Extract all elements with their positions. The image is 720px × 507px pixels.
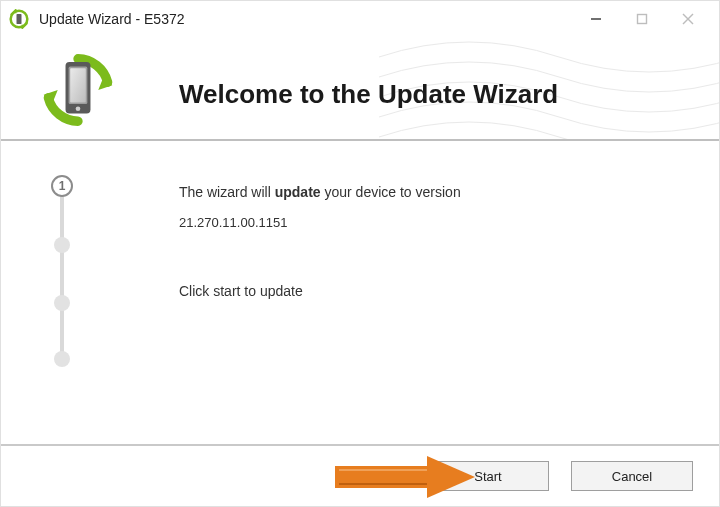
update-desc-suffix: your device to version <box>324 184 460 200</box>
window-title: Update Wizard - E5372 <box>39 11 185 27</box>
cancel-button[interactable]: Cancel <box>571 461 693 491</box>
welcome-heading: Welcome to the Update Wizard <box>179 79 558 110</box>
step-4 <box>54 351 70 367</box>
step-indicator: 1 <box>47 175 77 375</box>
svg-point-11 <box>76 106 81 111</box>
start-button[interactable]: Start <box>427 461 549 491</box>
close-button[interactable] <box>665 1 711 37</box>
svg-rect-14 <box>339 483 427 485</box>
step-2 <box>54 237 70 253</box>
target-version: 21.270.11.00.1151 <box>179 213 679 234</box>
cancel-button-label: Cancel <box>612 469 652 484</box>
app-icon <box>9 9 29 29</box>
start-button-label: Start <box>474 469 501 484</box>
maximize-button <box>619 1 665 37</box>
step-1-label: 1 <box>59 179 66 193</box>
instruction-text: Click start to update <box>179 280 679 302</box>
svg-rect-12 <box>335 466 431 488</box>
update-desc-prefix: The wizard will <box>179 184 271 200</box>
svg-rect-13 <box>339 469 427 471</box>
minimize-button[interactable] <box>573 1 619 37</box>
device-update-icon <box>39 51 117 129</box>
svg-rect-3 <box>638 15 647 24</box>
title-bar: Update Wizard - E5372 <box>1 1 719 37</box>
step-1-active: 1 <box>51 175 73 197</box>
footer: Start Cancel <box>1 444 719 506</box>
step-rail <box>60 191 64 357</box>
update-description: The wizard will update your device to ve… <box>179 181 679 203</box>
svg-rect-1 <box>17 14 22 24</box>
content-text: The wizard will update your device to ve… <box>179 181 679 303</box>
body: 1 The wizard will update your device to … <box>1 141 719 444</box>
svg-rect-10 <box>70 68 86 102</box>
update-desc-bold: update <box>271 184 325 200</box>
header: Welcome to the Update Wizard <box>1 37 719 141</box>
step-3 <box>54 295 70 311</box>
window-buttons <box>573 1 711 37</box>
